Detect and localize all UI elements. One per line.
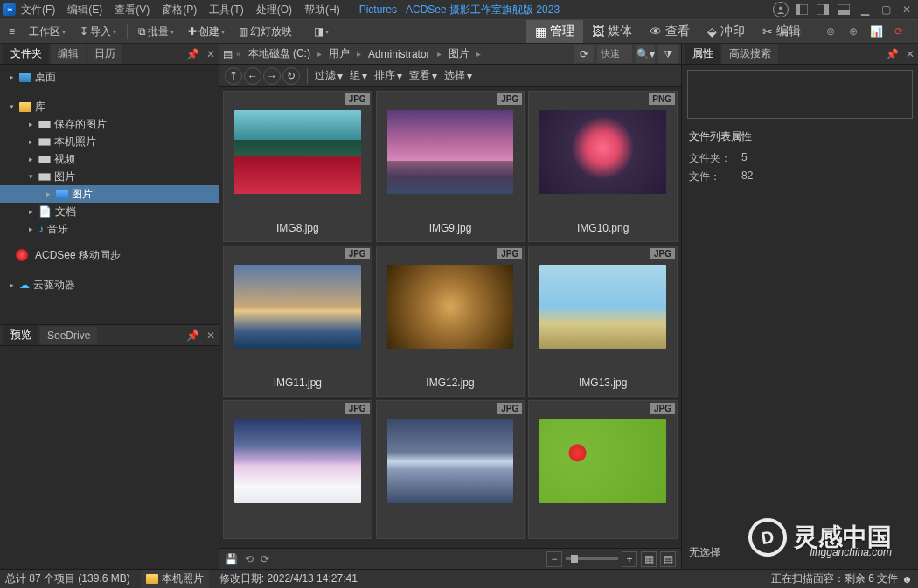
file-list-props-heading: 文件列表属性 xyxy=(682,124,918,149)
tree-pictures[interactable]: ▾图片 xyxy=(0,168,219,185)
menu-edit[interactable]: 编辑(E) xyxy=(67,3,102,17)
face-icon[interactable]: ☻ xyxy=(901,573,913,585)
batch-button[interactable]: ⧉ 批量▾ xyxy=(135,23,177,41)
tab-folders[interactable]: 文件夹 xyxy=(3,44,49,64)
menu-process[interactable]: 处理(O) xyxy=(256,3,292,17)
tab-seedrive[interactable]: SeeDrive xyxy=(40,327,97,344)
tree-local[interactable]: ▸本机照片 xyxy=(0,133,219,150)
close-button[interactable]: ✕ xyxy=(899,3,915,16)
refresh-icon[interactable]: ⟳ xyxy=(574,45,594,63)
breadcrumb-users[interactable]: 用户 xyxy=(325,45,353,63)
thumb-view-icon[interactable]: ▦ xyxy=(641,551,657,567)
reel-icon[interactable]: ⊚ xyxy=(822,23,839,40)
tree-video[interactable]: ▸视频 xyxy=(0,150,219,168)
svg-rect-6 xyxy=(838,10,850,15)
filter-icon[interactable]: ⧩ xyxy=(658,45,678,63)
svg-point-0 xyxy=(779,7,782,10)
minimize-button[interactable]: ▁ xyxy=(857,3,873,16)
breadcrumb-root[interactable]: 本地磁盘 (C:) xyxy=(245,45,314,63)
close-panel-icon[interactable]: ✕ xyxy=(906,48,915,60)
nav-back-icon[interactable]: ← xyxy=(244,67,261,85)
tree-acdsync[interactable]: ACDSee 移动同步 xyxy=(0,246,219,264)
no-selection-label: 无选择 xyxy=(682,536,918,569)
import-button[interactable]: ↧ 导入▾ xyxy=(76,23,120,41)
tab-calendar[interactable]: 日历 xyxy=(87,44,122,64)
tree-music[interactable]: ▸♪音乐 xyxy=(0,220,219,238)
mode-develop[interactable]: ⬙冲印 xyxy=(699,20,754,43)
view-dropdown[interactable]: 查看 ▾ xyxy=(409,68,437,83)
tree-docs[interactable]: ▸📄文档 xyxy=(0,203,219,220)
pin-icon[interactable]: 📌 xyxy=(186,48,199,60)
mode-view[interactable]: 👁查看 xyxy=(641,20,699,43)
thumb-item[interactable]: JPG IMG8.jpg xyxy=(223,91,372,242)
thumb-item[interactable]: JPG xyxy=(528,400,678,539)
mode-edit[interactable]: ✂编辑 xyxy=(754,20,810,43)
thumb-item[interactable]: JPG IMG13.jpg xyxy=(528,246,678,397)
nav-fwd-icon[interactable]: → xyxy=(263,67,281,85)
quick-search[interactable]: 快速 xyxy=(597,45,632,63)
thumb-caption: IMG9.jpg xyxy=(377,197,525,241)
select-dropdown[interactable]: 选择 ▾ xyxy=(444,68,472,83)
tab-advsearch[interactable]: 高级搜索 xyxy=(722,44,778,64)
maximize-button[interactable]: ▢ xyxy=(878,3,894,16)
slideshow-button[interactable]: ▥ 幻灯放映 xyxy=(235,23,296,41)
close-panel-icon[interactable]: ✕ xyxy=(206,48,215,60)
save-icon[interactable]: 💾 xyxy=(225,553,238,565)
thumbnail-grid[interactable]: JPG IMG8.jpgJPG IMG9.jpgPNG IMG10.pngJPG… xyxy=(219,87,681,548)
thumb-size-slider[interactable] xyxy=(566,557,618,560)
detail-view-icon[interactable]: ▤ xyxy=(660,551,676,567)
tree-library[interactable]: ▾库 xyxy=(0,98,219,115)
layout-left-icon[interactable] xyxy=(794,2,810,17)
breadcrumb-admin[interactable]: Administrator xyxy=(365,46,434,62)
rotate-left-icon[interactable]: ⟲ xyxy=(245,553,254,565)
filter-dropdown[interactable]: 过滤 ▾ xyxy=(315,68,343,83)
thumb-item[interactable]: JPG IMG12.jpg xyxy=(376,246,525,397)
create-button[interactable]: ✚ 创建▾ xyxy=(184,23,228,41)
tab-preview[interactable]: 预览 xyxy=(3,325,38,345)
menu-file[interactable]: 文件(F) xyxy=(21,3,55,17)
tree-cloud[interactable]: ▸☁云驱动器 xyxy=(0,276,219,294)
thumb-item[interactable]: PNG IMG10.png xyxy=(528,91,678,242)
zoom-out-icon[interactable]: − xyxy=(546,551,562,567)
tree-pictures-sub[interactable]: ▸图片 xyxy=(0,185,219,203)
status-localphotos[interactable]: 本机照片 xyxy=(141,570,209,588)
tree-desktop[interactable]: ▸桌面 xyxy=(0,68,219,86)
rotate-right-icon[interactable]: ⟳ xyxy=(261,553,269,565)
menu-view[interactable]: 查看(V) xyxy=(115,3,150,17)
pin-icon[interactable]: 📌 xyxy=(186,329,199,342)
layout-right-icon[interactable] xyxy=(815,2,831,17)
mode-manage[interactable]: ▦管理 xyxy=(526,20,583,43)
mode-media[interactable]: 🖼媒体 xyxy=(583,20,641,43)
pin-icon[interactable]: 📌 xyxy=(886,48,899,60)
menu-panes[interactable]: 窗格(P) xyxy=(162,3,197,17)
nav-up-icon[interactable]: ⤒ xyxy=(225,67,242,85)
view-left-button[interactable]: ◨▾ xyxy=(310,24,332,39)
sync-icon[interactable]: ⟳ xyxy=(890,23,908,40)
account-icon[interactable] xyxy=(773,2,789,17)
tab-edit[interactable]: 编辑 xyxy=(51,44,86,64)
layout-bottom-icon[interactable] xyxy=(836,2,852,17)
thumb-item[interactable]: JPG xyxy=(223,400,372,539)
globe-icon[interactable]: ⊕ xyxy=(845,23,862,40)
drive-icon[interactable]: ▤ xyxy=(223,48,233,60)
sort-dropdown[interactable]: 排序 ▾ xyxy=(374,68,402,83)
group-dropdown[interactable]: 组 ▾ xyxy=(350,68,367,83)
stats-icon[interactable]: 📊 xyxy=(867,23,885,40)
thumb-item[interactable]: JPG xyxy=(376,400,525,539)
tab-properties[interactable]: 属性 xyxy=(685,44,720,64)
nav-history-icon[interactable]: ↻ xyxy=(282,67,300,85)
grid-statusbar: 💾 ⟲ ⟳ − + ▦ ▤ xyxy=(219,548,681,569)
zoom-in-icon[interactable]: + xyxy=(622,551,637,567)
workspace-button[interactable]: 工作区▾ xyxy=(25,23,69,41)
thumb-item[interactable]: JPG IMG11.jpg xyxy=(223,246,372,397)
thumb-item[interactable]: JPG IMG9.jpg xyxy=(376,91,525,242)
search-dropdown-icon[interactable]: 🔍▾ xyxy=(636,45,655,63)
menu-tools[interactable]: 工具(T) xyxy=(209,3,243,17)
search-box[interactable] xyxy=(687,70,913,119)
chevron-left-icon[interactable]: « xyxy=(236,49,241,59)
tree-saved[interactable]: ▸保存的图片 xyxy=(0,115,219,133)
breadcrumb-pics[interactable]: 图片 xyxy=(445,45,473,63)
close-panel-icon[interactable]: ✕ xyxy=(206,329,215,342)
menu-help[interactable]: 帮助(H) xyxy=(304,3,340,17)
menu-toggle-icon[interactable]: ≡ xyxy=(5,24,18,39)
